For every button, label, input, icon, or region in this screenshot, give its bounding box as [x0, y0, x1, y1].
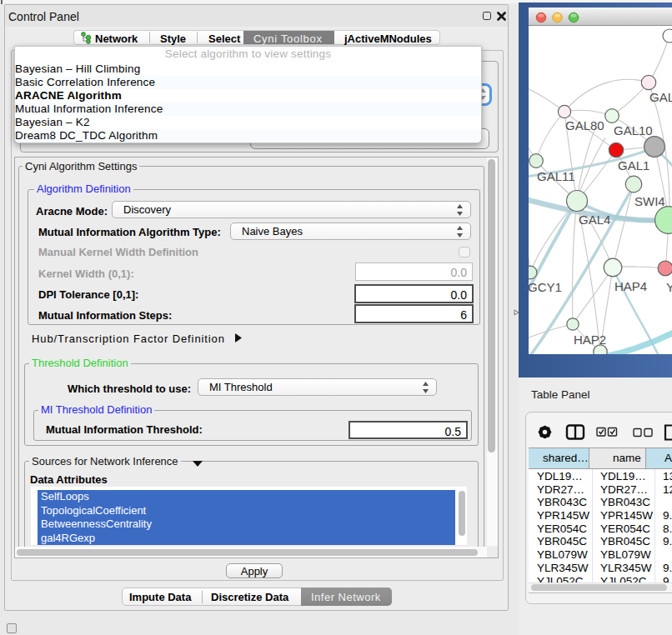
svg-text:HAP4: HAP4 [614, 279, 647, 293]
svg-text:GAL1: GAL1 [618, 158, 649, 172]
svg-text:Y: Y [666, 280, 672, 294]
svg-text:GAL4: GAL4 [579, 212, 610, 227]
svg-text:HAP2: HAP2 [574, 332, 606, 347]
svg-text:GAL80: GAL80 [565, 118, 604, 132]
svg-text:GAL2: GAL2 [649, 90, 672, 104]
svg-text:SWI4: SWI4 [634, 194, 665, 208]
svg-text:GAL10: GAL10 [614, 123, 653, 138]
svg-text:GCY1: GCY1 [529, 280, 562, 294]
svg-text:GAL11: GAL11 [537, 169, 575, 183]
